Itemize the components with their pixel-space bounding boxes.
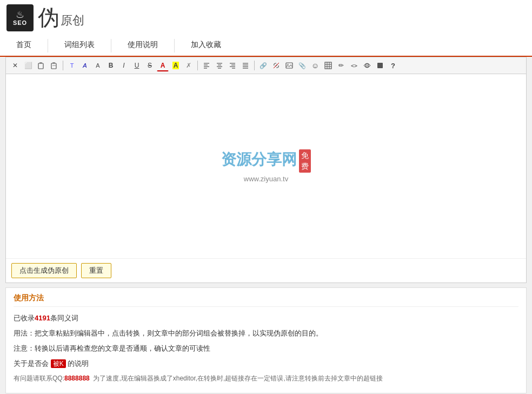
toolbar-fullscreen[interactable] bbox=[374, 60, 386, 71]
svg-point-30 bbox=[367, 65, 368, 66]
info-notice-line: 注意：转换以后请再检查您的文章是否通顺，确认文章的可读性 bbox=[14, 343, 518, 354]
logo-steam: ♨ bbox=[16, 10, 24, 19]
logo-icon: ♨ SEO bbox=[6, 4, 34, 31]
tb-sep-2 bbox=[197, 61, 198, 70]
align-center-icon bbox=[216, 62, 223, 69]
paste-icon bbox=[37, 62, 45, 69]
nav: 首页 词组列表 使用说明 加入收藏 bbox=[0, 36, 532, 57]
info-contact-line: 有问题请联系QQ:8888888 为了速度,现在编辑器换成了xheditor,在… bbox=[14, 373, 518, 384]
toolbar-underline[interactable]: U bbox=[131, 60, 143, 71]
word-count: 4191 bbox=[35, 314, 50, 322]
toolbar-link[interactable]: 🔗 bbox=[257, 60, 269, 71]
toolbar-font[interactable]: T bbox=[66, 60, 78, 71]
info-usage-line: 用法：把文章粘贴到编辑器中，点击转换，则文章中的部分词组会被替换掉，以实现伪原创… bbox=[14, 327, 518, 339]
toolbar-copy[interactable]: ⬜ bbox=[22, 60, 34, 71]
toolbar-help[interactable]: ? bbox=[387, 60, 399, 71]
editor-toolbar: ✕ ⬜ T A A B I U S A A ✗ bbox=[6, 57, 526, 74]
logo-seo-text: SEO bbox=[13, 19, 27, 26]
info-k-line: 关于是否会 被K 的说明 bbox=[14, 358, 518, 370]
toolbar-justify[interactable] bbox=[240, 60, 251, 71]
buttons-row: 点击生成伪原创 重置 bbox=[6, 258, 526, 283]
toolbar-fontname[interactable]: A bbox=[79, 60, 91, 71]
toolbar-attach[interactable]: 📎 bbox=[296, 60, 308, 71]
logo-main-text: 伪 bbox=[38, 7, 59, 29]
toolbar-fontsize[interactable]: A bbox=[92, 60, 104, 71]
generate-button[interactable]: 点击生成伪原创 bbox=[11, 263, 77, 278]
toolbar-bgcolor[interactable]: A bbox=[170, 60, 182, 71]
toolbar-emoji[interactable]: ☺ bbox=[309, 60, 321, 71]
editor-area: 资源分享网 免费 www.ziyuan.tv bbox=[6, 74, 526, 258]
align-right-icon bbox=[229, 62, 236, 69]
toolbar-paste[interactable] bbox=[35, 60, 47, 71]
toolbar-unlink[interactable] bbox=[270, 60, 282, 71]
fullscreen-icon bbox=[376, 62, 384, 69]
image-icon bbox=[285, 62, 293, 69]
info-title: 使用方法 bbox=[14, 293, 518, 307]
toolbar-align-right[interactable] bbox=[227, 60, 238, 71]
toolbar-paste-text[interactable] bbox=[48, 60, 60, 71]
info-box: 使用方法 已收录4191条同义词 用法：把文章粘贴到编辑器中，点击转换，则文章中… bbox=[5, 287, 527, 393]
preview-icon bbox=[363, 62, 371, 69]
editor-container: ✕ ⬜ T A A B I U S A A ✗ bbox=[5, 57, 527, 283]
toolbar-italic[interactable]: I bbox=[118, 60, 130, 71]
header: ♨ SEO 伪 原创 bbox=[0, 0, 532, 36]
nav-home[interactable]: 首页 bbox=[0, 36, 48, 56]
toolbar-bold[interactable]: B bbox=[105, 60, 117, 71]
svg-point-23 bbox=[287, 64, 288, 65]
nav-instructions[interactable]: 使用说明 bbox=[111, 36, 174, 56]
svg-rect-0 bbox=[38, 63, 43, 69]
align-left-icon bbox=[203, 62, 210, 69]
logo-area: ♨ SEO 伪 原创 bbox=[6, 4, 84, 31]
toolbar-align-center[interactable] bbox=[214, 60, 225, 71]
toolbar-preview[interactable] bbox=[361, 60, 373, 71]
toolbar-table[interactable] bbox=[322, 60, 334, 71]
toolbar-align-left[interactable] bbox=[201, 60, 212, 71]
bg-color-sample: A bbox=[172, 62, 179, 69]
main-content: ✕ ⬜ T A A B I U S A A ✗ bbox=[0, 57, 532, 393]
k-badge: 被K bbox=[51, 359, 66, 368]
toolbar-source[interactable]: <> bbox=[348, 60, 360, 71]
toolbar-cut[interactable]: ✕ bbox=[9, 60, 21, 71]
info-count-line: 已收录4191条同义词 bbox=[14, 312, 518, 324]
justify-icon bbox=[242, 62, 249, 69]
toolbar-image[interactable] bbox=[283, 60, 295, 71]
reset-button[interactable]: 重置 bbox=[81, 263, 111, 278]
logo-sub-text: 原创 bbox=[61, 12, 84, 29]
toolbar-fgcolor[interactable]: A bbox=[157, 60, 169, 71]
editor-input[interactable] bbox=[6, 74, 526, 258]
toolbar-strike[interactable]: S bbox=[144, 60, 156, 71]
nav-bookmark[interactable]: 加入收藏 bbox=[175, 36, 237, 56]
svg-rect-31 bbox=[377, 63, 383, 68]
paste-text-icon bbox=[50, 62, 58, 69]
logo-text-area: 伪 原创 bbox=[36, 7, 84, 29]
svg-rect-24 bbox=[325, 62, 331, 69]
contact-qq: 8888888 bbox=[64, 375, 90, 382]
table-icon bbox=[324, 62, 332, 69]
nav-wordlist[interactable]: 词组列表 bbox=[48, 36, 111, 56]
toolbar-clear[interactable]: ✗ bbox=[183, 60, 195, 71]
tb-sep-1 bbox=[63, 61, 63, 70]
tb-sep-3 bbox=[254, 61, 255, 70]
svg-rect-1 bbox=[39, 62, 42, 64]
toolbar-draw[interactable]: ✏ bbox=[335, 60, 347, 71]
svg-rect-3 bbox=[52, 62, 55, 64]
svg-rect-2 bbox=[51, 63, 56, 69]
unlink-icon bbox=[272, 62, 280, 69]
